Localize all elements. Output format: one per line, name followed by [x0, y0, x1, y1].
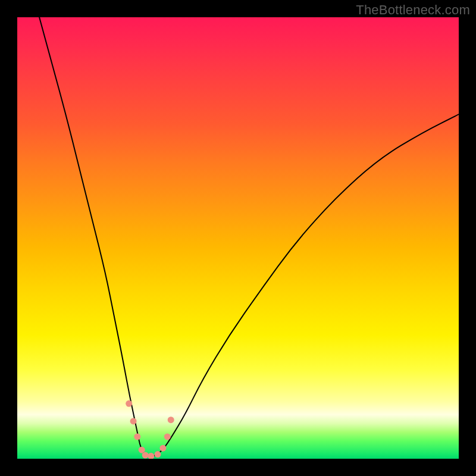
bottleneck-curve [39, 17, 459, 456]
chart-frame: TheBottleneck.com [0, 0, 476, 476]
marker-dot [126, 400, 132, 407]
marker-dot [168, 416, 174, 423]
chart-svg [17, 17, 459, 459]
marker-dot [164, 433, 171, 440]
marker-dot [134, 433, 140, 440]
watermark-text: TheBottleneck.com [356, 2, 470, 18]
marker-dot [142, 452, 149, 459]
marker-dot [159, 445, 166, 452]
plot-area [17, 17, 459, 459]
marker-dot [130, 418, 137, 424]
marker-dot [155, 451, 161, 458]
marker-dot [148, 453, 154, 459]
